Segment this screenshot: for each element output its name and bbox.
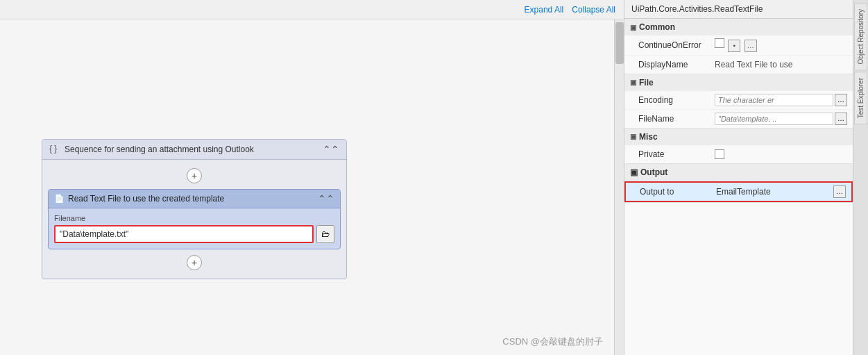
common-section-header[interactable]: ▣ Common (624, 19, 853, 35)
output-to-value: EmailTemplate (716, 187, 832, 197)
private-checkbox[interactable] (715, 149, 724, 159)
display-name-label: DisplayName (638, 60, 715, 69)
encoding-input[interactable] (715, 94, 833, 106)
private-row: Private (624, 145, 853, 163)
display-name-row: DisplayName Read Text File to use (624, 56, 853, 74)
continue-on-error-ellipsis[interactable]: … (744, 40, 757, 52)
collapse-all-button[interactable]: Collapse All (572, 5, 615, 15)
side-tab-test-explorer[interactable]: Test Explorer (854, 72, 867, 124)
sequence-collapse-button[interactable]: ⌃⌃ (323, 144, 339, 155)
read-file-icon: 📄 (54, 194, 64, 204)
sequence-header: { } Sequence for sending an attachment u… (42, 140, 346, 160)
continue-on-error-btn[interactable]: ▪ (728, 40, 740, 52)
properties-area: ▣ Common ContinueOnError ▪ … DisplayName… (624, 19, 853, 355)
browse-button[interactable]: 🗁 (316, 225, 334, 243)
filename-prop-row: FileName … (624, 110, 853, 128)
folder-icon: 🗁 (321, 229, 330, 239)
filename-input-row: 🗁 (54, 225, 334, 243)
canvas-scrollbar[interactable] (614, 19, 624, 355)
display-name-value: Read Text File to use (715, 60, 847, 69)
output-to-label: Output to (640, 187, 716, 197)
file-section: ▣ File Encoding … FileName … (624, 74, 853, 129)
watermark: CSDN @会敲键盘的肘子 (502, 336, 603, 348)
output-to-ellipsis-btn[interactable]: … (833, 185, 846, 198)
canvas-area: Expand All Collapse All { } Sequence for… (0, 0, 624, 355)
filename-prop-ellipsis-btn[interactable]: … (835, 113, 847, 125)
activity-title: Read Text File to use the created templa… (68, 194, 224, 204)
private-label: Private (638, 149, 715, 159)
scrollbar-thumb (615, 22, 624, 64)
sequence-header-left: { } Sequence for sending an attachment u… (49, 144, 254, 155)
file-section-label: File (639, 78, 654, 88)
encoding-ellipsis-btn[interactable]: … (835, 94, 847, 106)
continue-on-error-label: ContinueOnError (638, 40, 715, 50)
activity-body: Filename 🗁 (49, 208, 340, 249)
encoding-row: Encoding … (624, 91, 853, 110)
file-section-header[interactable]: ▣ File (624, 74, 853, 91)
filename-label: Filename (54, 214, 334, 222)
add-activity-button-top[interactable]: + (187, 168, 202, 183)
filename-input[interactable] (54, 225, 314, 243)
continue-on-error-value: ▪ … (715, 38, 847, 52)
activity-card: 📄 Read Text File to use the created temp… (48, 189, 341, 249)
toolbar-strip: Expand All Collapse All (0, 0, 624, 19)
filename-prop-label: FileName (638, 114, 715, 124)
misc-section: ▣ Misc Private (624, 129, 853, 164)
output-section-label: Output (640, 167, 667, 177)
misc-section-label: Misc (639, 132, 658, 142)
common-section-label: Common (639, 22, 675, 32)
sequence-title: Sequence for sending an attachment using… (65, 145, 254, 154)
misc-section-header[interactable]: ▣ Misc (624, 129, 853, 145)
misc-collapse-icon: ▣ (630, 133, 636, 140)
output-to-row: Output to EmailTemplate … (624, 181, 853, 202)
panel-title: UiPath.Core.Activities.ReadTextFile (624, 0, 853, 19)
activity-collapse-button[interactable]: ⌃⌃ (318, 193, 334, 204)
add-activity-button-bottom[interactable]: + (187, 255, 202, 270)
expand-all-button[interactable]: Expand All (525, 5, 564, 15)
encoding-label: Encoding (638, 95, 715, 105)
output-section: ▣ Output Output to EmailTemplate … (624, 164, 853, 203)
continue-on-error-checkbox[interactable] (715, 38, 724, 48)
activity-header: 📄 Read Text File to use the created temp… (49, 190, 340, 208)
sequence-icon: { } (49, 144, 60, 155)
sequence-container: { } Sequence for sending an attachment u… (42, 139, 347, 279)
activity-header-left: 📄 Read Text File to use the created temp… (54, 194, 224, 204)
file-collapse-icon: ▣ (630, 79, 636, 86)
right-panel: UiPath.Core.Activities.ReadTextFile ▣ Co… (624, 0, 853, 355)
common-section: ▣ Common ContinueOnError ▪ … DisplayName… (624, 19, 853, 74)
continue-on-error-row: ContinueOnError ▪ … (624, 35, 853, 56)
side-tabs: Object Repository Test Explorer (853, 0, 868, 355)
common-collapse-icon: ▣ (630, 24, 636, 31)
output-section-header[interactable]: ▣ Output (624, 164, 853, 181)
output-collapse-icon: ▣ (630, 167, 638, 177)
side-tab-object-repository[interactable]: Object Repository (854, 3, 867, 70)
sequence-body: + 📄 Read Text File to use the created te… (42, 160, 346, 279)
filename-prop-input[interactable] (715, 113, 833, 125)
